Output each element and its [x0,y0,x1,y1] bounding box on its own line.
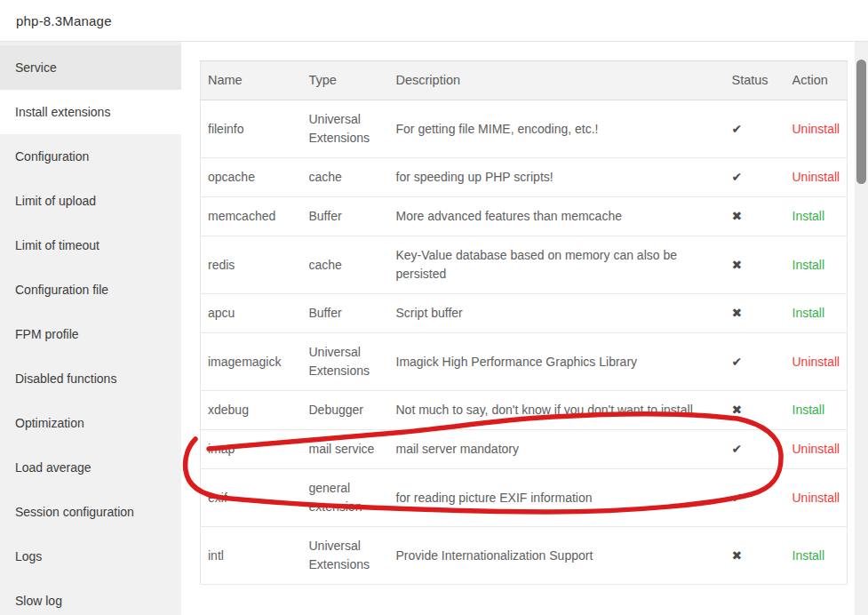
scrollbar-track[interactable] [855,42,868,615]
sidebar-item-load-average[interactable]: Load average [0,445,181,490]
extension-row-imap: imapmail servicemail server mandatory✔Un… [201,430,848,469]
ext-type: mail service [302,430,389,469]
column-header-action: Action [785,61,848,100]
cross-icon: ✖ [732,403,743,417]
ext-action-cell: Uninstall [785,333,848,391]
ext-action-cell: Uninstall [785,158,848,197]
extension-row-fileinfo: fileinfoUniversal ExtensionsFor getting … [201,100,848,158]
uninstall-link-imagemagick[interactable]: Uninstall [792,355,840,369]
column-header-status: Status [725,61,785,100]
ext-type: Universal Extensions [302,527,389,585]
sidebar-item-session-configuration[interactable]: Session configuration [0,490,181,534]
ext-name: opcache [201,158,302,197]
check-icon: ✔ [732,122,743,136]
sidebar-item-fpm-profile[interactable]: FPM profile [0,312,181,356]
ext-status-cell: ✔ [725,158,785,197]
extension-row-opcache: opcachecachefor speeding up PHP scripts!… [201,158,848,197]
ext-description: mail server mandatory [389,430,725,469]
cross-icon: ✖ [732,209,743,223]
cross-icon: ✖ [732,258,743,272]
ext-name: imagemagick [201,333,302,391]
ext-action-cell: Install [785,294,848,333]
sidebar-item-logs[interactable]: Logs [0,534,181,579]
uninstall-link-fileinfo[interactable]: Uninstall [792,122,840,136]
sidebar-item-install-extensions[interactable]: Install extensions [0,90,181,134]
ext-action-cell: Uninstall [785,430,848,469]
install-link-redis[interactable]: Install [792,258,825,272]
scrollbar-thumb[interactable] [856,60,866,184]
ext-description: Not much to say, don't know if you don't… [389,391,725,430]
sidebar-item-service[interactable]: Service [0,45,181,90]
ext-name: memcached [201,197,302,236]
ext-action-cell: Install [785,197,848,236]
sidebar-item-optimization[interactable]: Optimization [0,401,181,445]
ext-status-cell: ✖ [725,391,785,430]
uninstall-link-opcache[interactable]: Uninstall [792,170,840,184]
check-icon: ✔ [732,442,743,456]
column-header-name: Name [201,61,302,100]
ext-status-cell: ✔ [725,430,785,469]
sidebar-item-disabled-functions[interactable]: Disabled functions [0,356,181,401]
uninstall-link-imap[interactable]: Uninstall [792,442,840,456]
ext-description: Key-Value database based on memory can a… [389,236,725,294]
extension-row-redis: rediscacheKey-Value database based on me… [201,236,848,294]
ext-status-cell: ✔ [725,469,785,527]
extension-row-intl: intlUniversal ExtensionsProvide Internat… [201,527,848,585]
ext-name: xdebug [201,391,302,430]
extension-row-exif: exifgeneral extensionfor reading picture… [201,469,848,527]
install-link-xdebug[interactable]: Install [792,403,825,417]
extension-row-imagemagick: imagemagickUniversal ExtensionsImagick H… [201,333,848,391]
cross-icon: ✖ [732,306,743,320]
ext-name: imap [201,430,302,469]
ext-action-cell: Install [785,391,848,430]
column-header-type: Type [302,61,389,100]
ext-type: cache [302,158,389,197]
ext-name: redis [201,236,302,294]
ext-name: fileinfo [201,100,302,158]
check-icon: ✔ [732,355,743,369]
check-icon: ✔ [732,491,743,505]
ext-type: Debugger [302,391,389,430]
install-link-memcached[interactable]: Install [792,209,825,223]
ext-action-cell: Uninstall [785,469,848,527]
extension-row-xdebug: xdebugDebuggerNot much to say, don't kno… [201,391,848,430]
sidebar-nav: ServiceInstall extensionsConfigurationLi… [0,42,181,615]
cross-icon: ✖ [732,548,743,563]
content: ServiceInstall extensionsConfigurationLi… [0,42,868,615]
ext-status-cell: ✖ [725,236,785,294]
install-link-apcu[interactable]: Install [792,306,825,320]
ext-action-cell: Uninstall [785,100,848,158]
install-link-intl[interactable]: Install [792,548,825,563]
column-header-description: Description [389,61,725,100]
ext-status-cell: ✔ [725,333,785,391]
page-title: php-8.3Manage [16,13,112,28]
sidebar-item-limit-of-timeout[interactable]: Limit of timeout [0,223,181,268]
ext-description: for reading picture EXIF information [389,469,725,527]
ext-type: general extension [302,469,389,527]
ext-status-cell: ✔ [725,100,785,158]
sidebar-item-configuration-file[interactable]: Configuration file [0,268,181,312]
extension-row-apcu: apcuBufferScript buffer✖Install [201,294,848,333]
ext-type: Buffer [302,197,389,236]
ext-type: Universal Extensions [302,100,389,158]
ext-name: intl [201,527,302,585]
ext-status-cell: ✖ [725,294,785,333]
sidebar-item-configuration[interactable]: Configuration [0,134,181,179]
ext-description: For getting file MIME, encoding, etc.! [389,100,725,158]
ext-description: More advanced features than memcache [389,197,725,236]
sidebar-item-slow-log[interactable]: Slow log [0,579,181,615]
ext-description: Script buffer [389,294,725,333]
titlebar: php-8.3Manage [0,0,868,42]
uninstall-link-exif[interactable]: Uninstall [792,491,840,505]
main-panel: Name Type Description Status Action file… [181,42,868,615]
ext-description: Imagick High Performance Graphics Librar… [389,333,725,391]
extension-row-memcached: memcachedBufferMore advanced features th… [201,197,848,236]
extensions-table: Name Type Description Status Action file… [200,60,848,585]
ext-type: Universal Extensions [302,333,389,391]
ext-name: exif [201,469,302,527]
ext-status-cell: ✖ [725,197,785,236]
ext-type: Buffer [302,294,389,333]
ext-name: apcu [201,294,302,333]
sidebar-item-limit-of-upload[interactable]: Limit of upload [0,179,181,223]
ext-action-cell: Install [785,527,848,585]
